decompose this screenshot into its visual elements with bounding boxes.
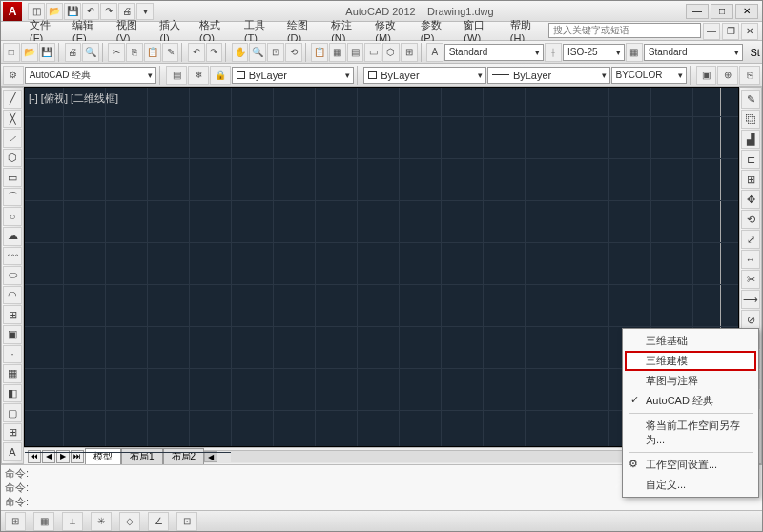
app-name-label: AutoCAD 2012: [345, 6, 415, 17]
scale-icon[interactable]: ⤢: [741, 230, 760, 249]
table-icon[interactable]: ⊞: [3, 423, 22, 442]
new-file-icon[interactable]: □: [3, 43, 20, 62]
xref-icon[interactable]: ⎘: [739, 66, 760, 85]
point-icon[interactable]: ·: [3, 345, 22, 364]
status-dyn-icon[interactable]: ⊡: [176, 512, 197, 531]
markup-icon[interactable]: ⬡: [382, 43, 400, 62]
layer-state-icon[interactable]: ❄: [188, 66, 209, 85]
cut-icon[interactable]: ✂: [108, 43, 125, 62]
color-combo[interactable]: ByLayer: [363, 67, 486, 84]
insert-block-icon[interactable]: ⊞: [3, 305, 22, 324]
linetype-combo-label: ByLayer: [513, 70, 551, 81]
status-snap-icon[interactable]: ⊞: [5, 512, 26, 531]
command-input[interactable]: [29, 497, 758, 507]
rotate-icon[interactable]: ⟲: [741, 210, 760, 229]
help-search-input[interactable]: [548, 23, 701, 38]
ctx-customize[interactable]: 自定义...: [625, 475, 756, 495]
ctx-3d-basics[interactable]: 三维基础: [625, 331, 756, 351]
undo-btn-icon[interactable]: ↶: [188, 43, 205, 62]
ctx-autocad-classic[interactable]: AutoCAD 经典: [625, 391, 756, 411]
open-file-icon[interactable]: 📂: [21, 43, 38, 62]
erase-icon[interactable]: ✎: [741, 90, 760, 109]
mirror-icon[interactable]: ▟: [741, 130, 760, 149]
layer-lock-icon[interactable]: 🔒: [210, 66, 231, 85]
gradient-icon[interactable]: ◧: [3, 384, 22, 403]
ctx-workspace-settings[interactable]: 工作空间设置...: [625, 455, 756, 475]
mtext-icon[interactable]: A: [3, 442, 22, 461]
make-block-icon[interactable]: ▣: [3, 325, 22, 344]
xline-icon[interactable]: ╳: [3, 110, 22, 129]
array-icon[interactable]: ⊞: [741, 170, 760, 189]
tab-layout1[interactable]: 布局1: [121, 448, 163, 464]
ctx-3d-modeling[interactable]: 三维建模: [625, 351, 756, 371]
redo-btn-icon[interactable]: ↷: [206, 43, 223, 62]
ellipse-icon[interactable]: ⬭: [3, 266, 22, 285]
dim-style-combo[interactable]: ISO-25: [563, 44, 625, 61]
status-polar-icon[interactable]: ✳: [91, 512, 112, 531]
tool-palette-icon[interactable]: ▤: [347, 43, 364, 62]
block-icon[interactable]: ▣: [696, 66, 717, 85]
calc-icon[interactable]: ⊞: [401, 43, 418, 62]
zoom-prev-icon[interactable]: ⟲: [285, 43, 302, 62]
pan-icon[interactable]: ✋: [232, 43, 249, 62]
offset-icon[interactable]: ⊏: [741, 150, 760, 169]
design-center-icon[interactable]: ▦: [329, 43, 346, 62]
trim-icon[interactable]: ✂: [741, 270, 760, 289]
linetype-combo[interactable]: ByLayer: [487, 67, 610, 84]
tab-model[interactable]: 模型: [85, 448, 121, 464]
zoom-icon[interactable]: 🔍: [249, 43, 266, 62]
table-style-combo[interactable]: Standard: [644, 44, 744, 61]
revcloud-icon[interactable]: ☁: [3, 227, 22, 246]
textstyle-icon[interactable]: A: [426, 43, 443, 62]
match-icon[interactable]: ✎: [162, 43, 179, 62]
properties-icon[interactable]: 📋: [311, 43, 328, 62]
layer-combo[interactable]: ByLayer: [232, 67, 355, 84]
rectangle-icon[interactable]: ▭: [3, 168, 22, 187]
save-file-icon[interactable]: 💾: [39, 43, 56, 62]
polyline-icon[interactable]: ⟋: [3, 129, 22, 148]
spline-icon[interactable]: 〰: [3, 247, 22, 266]
status-grid-icon[interactable]: ▦: [33, 512, 54, 531]
paste-icon[interactable]: 📋: [144, 43, 161, 62]
extend-icon[interactable]: ⟶: [741, 290, 760, 309]
status-otrack-icon[interactable]: ∠: [148, 512, 169, 531]
dimstyle-icon[interactable]: ⟊: [545, 43, 562, 62]
minimize-doc-button[interactable]: —: [703, 23, 720, 40]
restore-doc-button[interactable]: ❐: [722, 23, 739, 40]
minimize-button[interactable]: —: [686, 4, 709, 19]
tablestyle-icon[interactable]: ▦: [626, 43, 643, 62]
circle-icon[interactable]: ○: [3, 207, 22, 226]
workspace-context-menu: 三维基础 三维建模 草图与注释 AutoCAD 经典 将当前工作空间另存为...…: [622, 328, 759, 498]
polygon-icon[interactable]: ⬡: [3, 149, 22, 168]
plotstyle-combo[interactable]: BYCOLOR: [611, 67, 687, 84]
ctx-save-workspace[interactable]: 将当前工作空间另存为...: [625, 416, 756, 450]
copy-obj-icon[interactable]: ⿻: [741, 110, 760, 129]
workspace-combo[interactable]: AutoCAD 经典: [25, 67, 157, 84]
status-ortho-icon[interactable]: ⟂: [62, 512, 83, 531]
toolbar-suffix: St: [744, 47, 759, 58]
insert-icon[interactable]: ⊕: [717, 66, 738, 85]
workspace-icon[interactable]: ⚙: [3, 66, 24, 85]
status-osnap-icon[interactable]: ◇: [119, 512, 140, 531]
tab-layout2[interactable]: 布局2: [163, 448, 205, 464]
layer-props-icon[interactable]: ▤: [166, 66, 187, 85]
close-doc-button[interactable]: ✕: [741, 23, 758, 40]
plot-icon[interactable]: 🖨: [65, 43, 82, 62]
preview-icon[interactable]: 🔍: [82, 43, 99, 62]
copy-icon[interactable]: ⎘: [126, 43, 143, 62]
close-button[interactable]: ✕: [735, 4, 758, 19]
zoom-window-icon[interactable]: ⊡: [267, 43, 284, 62]
hatch-icon[interactable]: ▦: [3, 364, 22, 383]
ctx-drafting[interactable]: 草图与注释: [625, 371, 756, 391]
maximize-button[interactable]: □: [711, 4, 733, 19]
text-style-combo[interactable]: Standard: [444, 44, 545, 61]
arc-icon[interactable]: ⌒: [3, 188, 22, 207]
break-icon[interactable]: ⊘: [741, 310, 760, 329]
stretch-icon[interactable]: ↔: [741, 250, 760, 269]
line-icon[interactable]: ╱: [3, 90, 22, 109]
sheet-set-icon[interactable]: ▭: [364, 43, 382, 62]
region-icon[interactable]: ▢: [3, 403, 22, 422]
app-menu-button[interactable]: A: [3, 2, 22, 21]
move-icon[interactable]: ✥: [741, 190, 760, 209]
ellipse-arc-icon[interactable]: ◠: [3, 286, 22, 305]
